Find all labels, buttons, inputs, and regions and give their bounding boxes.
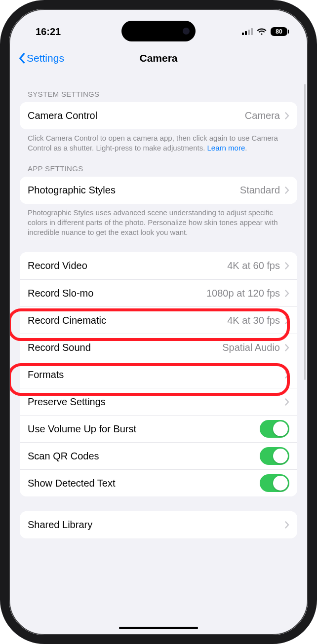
toggle-detected-text[interactable]: [260, 474, 289, 492]
chevron-right-icon: [285, 112, 289, 119]
section-footer-system: Click Camera Control to open a camera ap…: [20, 129, 297, 153]
group-system-settings: Camera Control Camera: [20, 102, 297, 129]
row-value: Spatial Audio: [222, 342, 280, 353]
chevron-right-icon: [285, 371, 289, 379]
dynamic-island: [121, 21, 196, 41]
row-record-sound[interactable]: Record Sound Spatial Audio: [20, 334, 297, 361]
chevron-right-icon: [285, 317, 289, 324]
learn-more-link[interactable]: Learn more: [207, 144, 245, 152]
chevron-right-icon: [285, 187, 289, 194]
chevron-right-icon: [285, 262, 289, 269]
home-indicator[interactable]: [119, 627, 198, 629]
row-formats[interactable]: Formats: [20, 361, 297, 388]
row-scan-qr[interactable]: Scan QR Codes: [20, 442, 297, 469]
row-label: Record Cinematic: [28, 315, 227, 326]
chevron-right-icon: [285, 521, 289, 529]
status-right: 80: [242, 27, 287, 36]
status-time: 16:21: [36, 26, 61, 38]
row-label: Shared Library: [28, 519, 285, 530]
row-label: Formats: [28, 369, 285, 380]
row-label: Record Sound: [28, 342, 222, 353]
section-header-system: SYSTEM SETTINGS: [20, 73, 297, 102]
row-label: Scan QR Codes: [28, 451, 260, 462]
battery-percentage: 80: [271, 27, 287, 36]
row-value: Standard: [240, 185, 280, 196]
row-camera-control[interactable]: Camera Control Camera: [20, 102, 297, 129]
back-label: Settings: [27, 52, 64, 64]
row-label: Record Slo-mo: [28, 288, 206, 299]
row-record-cinematic[interactable]: Record Cinematic 4K at 30 fps: [20, 306, 297, 334]
row-record-slomo[interactable]: Record Slo-mo 1080p at 120 fps: [20, 279, 297, 306]
nav-bar: Settings Camera: [10, 45, 307, 73]
row-label: Camera Control: [28, 110, 245, 121]
row-preserve-settings[interactable]: Preserve Settings: [20, 388, 297, 415]
scroll-indicator[interactable]: [304, 84, 306, 380]
settings-content[interactable]: SYSTEM SETTINGS Camera Control Camera Cl…: [10, 73, 307, 628]
chevron-right-icon: [285, 398, 289, 406]
row-label: Show Detected Text: [28, 478, 260, 489]
row-value: 1080p at 120 fps: [206, 288, 280, 299]
row-label: Record Video: [28, 260, 227, 271]
cellular-signal-icon: [242, 28, 253, 35]
group-recording: Record Video 4K at 60 fps Record Slo-mo …: [20, 252, 297, 496]
row-value: 4K at 30 fps: [227, 315, 280, 326]
row-value: Camera: [245, 110, 280, 121]
row-photographic-styles[interactable]: Photographic Styles Standard: [20, 177, 297, 204]
row-shared-library[interactable]: Shared Library: [20, 511, 297, 538]
battery-indicator: 80: [271, 27, 287, 36]
chevron-left-icon: [18, 53, 26, 64]
section-footer-app: Photographic Styles uses advanced scene …: [20, 204, 297, 238]
toggle-volume-burst[interactable]: [260, 420, 289, 438]
chevron-right-icon: [285, 290, 289, 297]
page-title: Camera: [139, 52, 177, 64]
section-header-app: APP SETTINGS: [20, 153, 297, 177]
row-volume-burst[interactable]: Use Volume Up for Burst: [20, 415, 297, 442]
wifi-icon: [257, 28, 267, 36]
toggle-scan-qr[interactable]: [260, 447, 289, 465]
row-detected-text[interactable]: Show Detected Text: [20, 469, 297, 496]
chevron-right-icon: [285, 344, 289, 351]
phone-screen: 16:21 80 Settings Camera: [9, 9, 308, 635]
row-label: Preserve Settings: [28, 396, 285, 408]
row-label: Use Volume Up for Burst: [28, 423, 260, 435]
back-button[interactable]: Settings: [18, 52, 64, 64]
phone-frame: 16:21 80 Settings Camera: [0, 0, 317, 644]
group-shared-library: Shared Library: [20, 511, 297, 538]
row-value: 4K at 60 fps: [227, 260, 280, 271]
period: .: [245, 144, 247, 152]
row-record-video[interactable]: Record Video 4K at 60 fps: [20, 252, 297, 279]
group-photographic-styles: Photographic Styles Standard: [20, 177, 297, 204]
row-label: Photographic Styles: [28, 185, 240, 196]
